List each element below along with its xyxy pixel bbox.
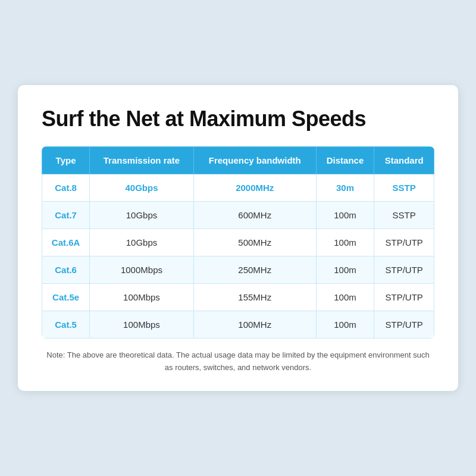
standard-cell-4: STP/UTP bbox=[374, 284, 434, 311]
rate-cell-1: 10Gbps bbox=[90, 202, 194, 229]
standard-cell-0: SSTP bbox=[374, 174, 434, 202]
bandwidth-cell-5: 100MHz bbox=[193, 311, 316, 339]
table-header-2: Frequency bandwidth bbox=[193, 147, 316, 174]
distance-cell-0: 30m bbox=[316, 174, 374, 202]
distance-cell-1: 100m bbox=[316, 202, 374, 229]
table-row: Cat.5e100Mbps155MHz100mSTP/UTP bbox=[42, 284, 434, 311]
bandwidth-cell-0: 2000MHz bbox=[193, 174, 316, 202]
table-row: Cat.710Gbps600MHz100mSSTP bbox=[42, 202, 434, 229]
type-cell-1: Cat.7 bbox=[42, 202, 90, 229]
table-row: Cat.6A10Gbps500MHz100mSTP/UTP bbox=[42, 229, 434, 256]
distance-cell-4: 100m bbox=[316, 284, 374, 311]
table-header-0: Type bbox=[42, 147, 90, 174]
rate-cell-2: 10Gbps bbox=[90, 229, 194, 256]
distance-cell-5: 100m bbox=[316, 311, 374, 339]
type-cell-3: Cat.6 bbox=[42, 256, 90, 284]
disclaimer-note: Note: The above are theoretical data. Th… bbox=[42, 349, 434, 374]
standard-cell-2: STP/UTP bbox=[374, 229, 434, 256]
rate-cell-4: 100Mbps bbox=[90, 284, 194, 311]
type-cell-5: Cat.5 bbox=[42, 311, 90, 339]
rate-cell-5: 100Mbps bbox=[90, 311, 194, 339]
table-row: Cat.840Gbps2000MHz30mSSTP bbox=[42, 174, 434, 202]
type-cell-4: Cat.5e bbox=[42, 284, 90, 311]
bandwidth-cell-3: 250MHz bbox=[193, 256, 316, 284]
distance-cell-3: 100m bbox=[316, 256, 374, 284]
page-title: Surf the Net at Maximum Speeds bbox=[42, 107, 434, 131]
table-row: Cat.5100Mbps100MHz100mSTP/UTP bbox=[42, 311, 434, 339]
standard-cell-1: SSTP bbox=[374, 202, 434, 229]
distance-cell-2: 100m bbox=[316, 229, 374, 256]
bandwidth-cell-2: 500MHz bbox=[193, 229, 316, 256]
bandwidth-cell-1: 600MHz bbox=[193, 202, 316, 229]
rate-cell-3: 1000Mbps bbox=[90, 256, 194, 284]
bandwidth-cell-4: 155MHz bbox=[193, 284, 316, 311]
table-row: Cat.61000Mbps250MHz100mSTP/UTP bbox=[42, 256, 434, 284]
main-card: Surf the Net at Maximum Speeds TypeTrans… bbox=[18, 85, 458, 391]
standard-cell-5: STP/UTP bbox=[374, 311, 434, 339]
rate-cell-0: 40Gbps bbox=[90, 174, 194, 202]
table-header-row: TypeTransmission rateFrequency bandwidth… bbox=[42, 147, 434, 174]
comparison-table: TypeTransmission rateFrequency bandwidth… bbox=[42, 146, 434, 339]
table-header-1: Transmission rate bbox=[90, 147, 194, 174]
type-cell-2: Cat.6A bbox=[42, 229, 90, 256]
standard-cell-3: STP/UTP bbox=[374, 256, 434, 284]
table-header-3: Distance bbox=[316, 147, 374, 174]
table-header-4: Standard bbox=[374, 147, 434, 174]
type-cell-0: Cat.8 bbox=[42, 174, 90, 202]
